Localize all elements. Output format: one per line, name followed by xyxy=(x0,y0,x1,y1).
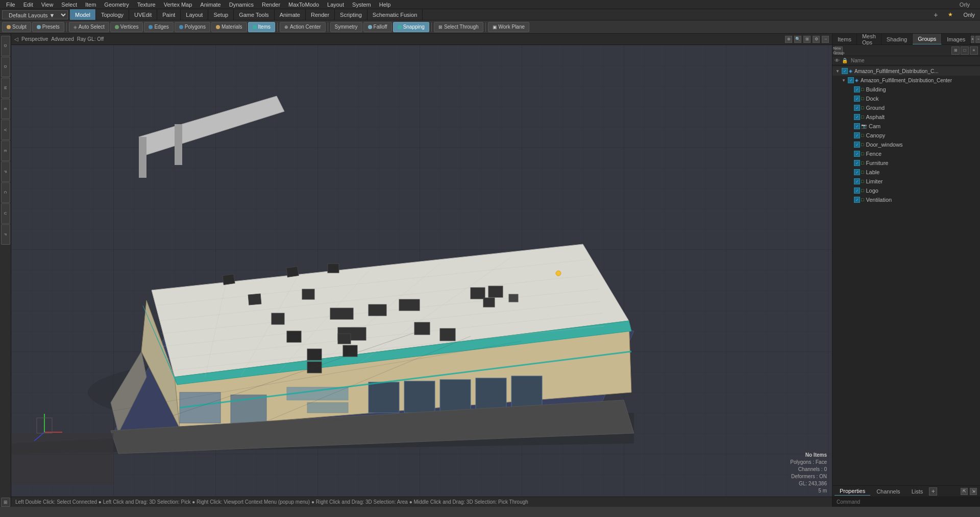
asphalt-check[interactable]: ✓ xyxy=(854,114,860,120)
viewport-mode[interactable]: Perspective xyxy=(21,36,48,42)
tab-game-tools[interactable]: Game Tools xyxy=(234,9,275,20)
bottom-tab-properties[interactable]: Properties xyxy=(835,487,870,496)
right-panel-expand-icon[interactable]: → xyxy=(975,36,980,43)
menu-layout[interactable]: Layout xyxy=(323,2,348,8)
tab-uvedit[interactable]: UVEdit xyxy=(129,9,157,20)
menu-render[interactable]: Render xyxy=(258,2,284,8)
tree-item-door-windows[interactable]: ✓ □ Door_windows xyxy=(832,140,980,149)
bottom-tab-lists[interactable]: Lists xyxy=(906,487,928,496)
snapping-btn[interactable]: Snapping xyxy=(393,22,429,32)
ground-check[interactable]: ✓ xyxy=(854,105,860,111)
menu-select[interactable]: Select xyxy=(57,2,81,8)
right-tab-mesh-ops[interactable]: Mesh Ops xyxy=(857,34,881,44)
items-btn[interactable]: Items xyxy=(248,22,275,32)
auto-select-btn[interactable]: ◈ Auto Select xyxy=(69,22,109,32)
tab-model[interactable]: Model xyxy=(70,9,96,20)
furniture-check[interactable]: ✓ xyxy=(854,160,860,166)
command-input[interactable] xyxy=(835,498,978,506)
menu-item[interactable]: Item xyxy=(81,2,100,8)
left-tool-edge[interactable]: E xyxy=(1,99,10,119)
right-toolbar-icon2[interactable]: □ xyxy=(961,46,969,55)
left-tool-curve[interactable]: C xyxy=(1,182,10,203)
new-group-btn[interactable]: New Group xyxy=(835,46,843,55)
work-plane-btn[interactable]: ▣ Work Plane xyxy=(488,22,530,32)
menu-system[interactable]: System xyxy=(348,2,375,8)
edges-btn[interactable]: Edges xyxy=(144,22,173,32)
tree-item-asphalt[interactable]: ✓ □ Asphalt xyxy=(832,112,980,122)
right-tab-groups[interactable]: Groups xyxy=(913,34,942,44)
tab-scripting[interactable]: Scripting xyxy=(335,9,368,20)
falloff-btn[interactable]: Falloff xyxy=(363,22,392,32)
bottom-panel-expand-icon[interactable]: ⇱ xyxy=(961,488,968,495)
tab-topology[interactable]: Topology xyxy=(96,9,129,20)
menu-maxtomodo[interactable]: MaxToModo xyxy=(284,2,323,8)
logo-check[interactable]: ✓ xyxy=(854,187,860,194)
door-check[interactable]: ✓ xyxy=(854,142,860,148)
right-tab-add-icon[interactable]: + xyxy=(971,36,974,43)
left-tool-uv[interactable]: U xyxy=(1,203,10,224)
viewport-3d[interactable]: No Items Polygons : Face Channels : 0 De… xyxy=(11,45,832,497)
tree-item-cam[interactable]: ✓ 📷 Cam xyxy=(832,122,980,131)
tab-paint[interactable]: Paint xyxy=(157,9,181,20)
tab-render[interactable]: Render xyxy=(306,9,335,20)
left-tool-deform[interactable]: D xyxy=(1,36,10,56)
select-through-btn[interactable]: ⊠ Select Through xyxy=(434,22,483,32)
viewport-icon-settings[interactable]: ⚙ xyxy=(813,36,820,43)
presets-btn[interactable]: Presets xyxy=(32,22,64,32)
tree-item-building[interactable]: ✓ □ Building xyxy=(832,85,980,94)
tab-animate[interactable]: Animate xyxy=(275,9,306,20)
limiter-check[interactable]: ✓ xyxy=(854,178,860,184)
materials-btn[interactable]: Materials xyxy=(211,22,247,32)
dock-check[interactable]: ✓ xyxy=(854,96,860,102)
polygons-btn[interactable]: Polygons xyxy=(175,22,210,32)
symmetry-btn[interactable]: Symmetry xyxy=(330,22,362,32)
tab-setup[interactable]: Setup xyxy=(208,9,234,20)
sculpt-btn[interactable]: Sculpt xyxy=(2,22,31,32)
tree-group-main[interactable]: ▼ ✓ ◈ Amazon_Fulfillment_Distribution_Ce… xyxy=(832,76,980,85)
bottom-panel-fullscreen-icon[interactable]: ⇲ xyxy=(970,488,977,495)
only-btn[interactable]: Only xyxy=(958,9,980,20)
viewport-icon-zoom[interactable]: ⊞ xyxy=(803,36,811,43)
tree-item-lable[interactable]: ✓ □ Lable xyxy=(832,168,980,177)
menu-help[interactable]: Help xyxy=(375,2,395,8)
cam-check[interactable]: ✓ xyxy=(854,123,860,129)
right-tab-images[interactable]: Images xyxy=(942,34,971,44)
menu-geometry[interactable]: Geometry xyxy=(100,2,133,8)
tree-item-limiter[interactable]: ✓ □ Limiter xyxy=(832,177,980,186)
tab-layout[interactable]: Layout xyxy=(181,9,208,20)
right-tab-items[interactable]: Items xyxy=(832,34,857,44)
building-check[interactable]: ✓ xyxy=(854,86,860,92)
left-tool-mesh-edit[interactable]: M xyxy=(1,78,10,98)
tree-item-ventilation[interactable]: ✓ □ Ventilation xyxy=(832,195,980,204)
vertices-btn[interactable]: Vertices xyxy=(110,22,143,32)
left-tool-polygon[interactable]: P xyxy=(1,161,10,182)
tree-item-ground[interactable]: ✓ □ Ground xyxy=(832,103,980,112)
left-tool-edge2[interactable]: E xyxy=(1,140,10,161)
layout-dropdown[interactable]: Default Layouts ▼ xyxy=(2,10,68,19)
menu-texture[interactable]: Texture xyxy=(133,2,160,8)
menu-view[interactable]: View xyxy=(37,2,58,8)
right-toolbar-icon3[interactable]: ≡ xyxy=(970,46,978,55)
left-tool-duplicate[interactable]: D xyxy=(1,57,10,77)
menu-file[interactable]: File xyxy=(2,2,19,8)
tree-item-logo[interactable]: ✓ □ Logo xyxy=(832,186,980,195)
right-toolbar-icon1[interactable]: ⊞ xyxy=(951,46,960,55)
viewport-nav-prev[interactable]: ◁ xyxy=(14,36,18,42)
tree-item-fence[interactable]: ✓ □ Fence xyxy=(832,149,980,158)
menu-edit[interactable]: Edit xyxy=(19,2,37,8)
viewport-icon-search[interactable]: 🔍 xyxy=(794,36,801,43)
group-check[interactable]: ✓ xyxy=(848,77,854,83)
viewport-icon-crosshair[interactable]: ⊕ xyxy=(785,36,792,43)
bottom-tab-channels[interactable]: Channels xyxy=(871,487,905,496)
action-center-btn[interactable]: ⊕ Action Center xyxy=(280,22,326,32)
viewport-quality[interactable]: Advanced xyxy=(51,36,74,42)
fence-check[interactable]: ✓ xyxy=(854,151,860,157)
tree-item-furniture[interactable]: ✓ □ Furniture xyxy=(832,158,980,168)
tree-item-canopy[interactable]: ✓ □ Canopy xyxy=(832,131,980,140)
left-tool-extra[interactable]: ⊞ xyxy=(1,498,10,507)
tree-item-dock[interactable]: ✓ □ Dock xyxy=(832,94,980,103)
lable-check[interactable]: ✓ xyxy=(854,169,860,175)
menu-animate[interactable]: Animate xyxy=(196,2,225,8)
viewport-icon-arrow[interactable]: → xyxy=(822,36,829,43)
ventilation-check[interactable]: ✓ xyxy=(854,197,860,203)
